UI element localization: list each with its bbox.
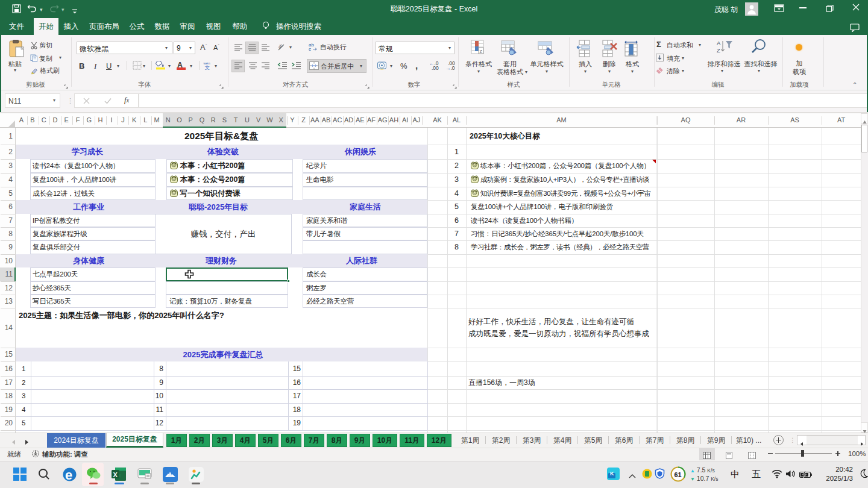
svg-text:c: c [309, 46, 311, 51]
svg-text:≠: ≠ [480, 49, 483, 54]
svg-text:ab: ab [277, 43, 283, 50]
svg-text:A: A [717, 40, 721, 46]
svg-text:X: X [113, 471, 118, 478]
svg-text:61: 61 [675, 471, 682, 478]
svg-text:文: 文 [205, 64, 210, 70]
svg-text:e: e [65, 468, 72, 481]
svg-text:Z: Z [717, 47, 720, 54]
svg-text:K: K [610, 471, 614, 477]
